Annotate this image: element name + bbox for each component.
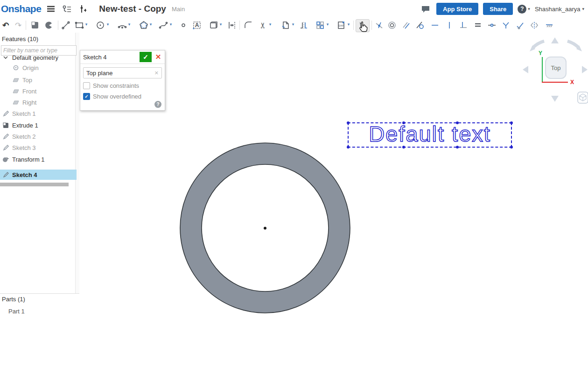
view-cube-face-label[interactable]: Top — [551, 64, 561, 71]
linear-pattern-tool-button[interactable] — [315, 19, 326, 31]
view-cube-gizmo[interactable]: Top Y X — [513, 33, 588, 107]
rotate-up-arrow[interactable] — [551, 37, 559, 43]
horizontal-constraint-button[interactable] — [429, 19, 441, 31]
redo-icon: ↷ — [15, 21, 21, 29]
insert-dxf-dwg-tool-button[interactable]: DXF — [336, 19, 347, 31]
line-tool-button[interactable] — [60, 19, 71, 31]
point-tool-button[interactable] — [178, 19, 189, 31]
workspace-label[interactable]: Main — [172, 6, 185, 13]
coincident-constraint-button[interactable] — [374, 19, 385, 31]
spline-tool-button[interactable] — [158, 19, 169, 31]
use-dropdown-icon[interactable]: ▾ — [291, 22, 295, 27]
sketch-vertex-dot[interactable] — [402, 146, 405, 149]
feature-tree-item-default-geometry[interactable]: Default geometry — [0, 52, 77, 63]
sketch-text-entity[interactable]: Default text — [348, 122, 512, 148]
tangent-constraint-button[interactable] — [414, 19, 426, 31]
sketch-text-tool-button[interactable]: A — [191, 19, 203, 31]
help-icon[interactable]: ? — [518, 5, 526, 14]
polygon-tool-button[interactable] — [138, 19, 149, 31]
roll-ccw-arrow[interactable] — [533, 41, 544, 48]
hamburger-menu-icon[interactable] — [45, 3, 57, 15]
show-overdefined-checkbox[interactable]: ✓ Show overdefined — [83, 93, 162, 100]
vertical-constraint-button[interactable] — [444, 19, 455, 31]
checkbox-unchecked-icon[interactable] — [83, 82, 90, 89]
redo-button[interactable]: ↷ — [13, 19, 24, 31]
revolve-tool-button[interactable] — [43, 19, 55, 31]
box-tool-button[interactable] — [208, 19, 219, 31]
sketch-vertex-dot[interactable] — [510, 146, 513, 149]
app-store-button[interactable]: App Store — [436, 3, 478, 15]
roll-cw-arrow[interactable] — [567, 41, 579, 48]
trim-dropdown-icon[interactable]: ▾ — [268, 22, 273, 27]
sketch-plane-field[interactable]: Top plane ✕ — [83, 67, 162, 78]
concentric-constraint-button[interactable] — [386, 19, 398, 31]
trim-tool-button[interactable]: ✂ — [257, 19, 268, 31]
feature-tree-item-top[interactable]: Top — [0, 75, 87, 85]
arc-tool-button[interactable] — [117, 19, 128, 31]
show-constraints-checkbox[interactable]: Show constraints — [83, 82, 162, 89]
versions-icon[interactable] — [61, 3, 73, 15]
feature-tree-item-sketch-1[interactable]: Sketch 1 — [0, 108, 77, 119]
fillet-tool-button[interactable] — [243, 19, 254, 31]
onshape-logo[interactable]: Onshape — [1, 3, 41, 14]
sketch-center-point[interactable] — [264, 227, 266, 230]
feature-list-hscrollbar[interactable] — [0, 183, 69, 186]
comment-icon[interactable] — [420, 3, 432, 15]
help-menu[interactable]: ? ▾ — [518, 5, 530, 14]
feature-tree-item-right[interactable]: Right — [0, 97, 87, 107]
spline-dropdown-icon[interactable]: ▾ — [168, 22, 173, 27]
feature-tree-item-sketch-2[interactable]: Sketch 2 — [0, 131, 77, 142]
perpendicular-constraint-button[interactable] — [458, 19, 469, 31]
confirm-button[interactable]: ✓ — [140, 52, 152, 62]
symmetric-constraint-button[interactable] — [529, 19, 540, 31]
share-button[interactable]: Share — [483, 3, 513, 15]
circle-dropdown-icon[interactable]: ▾ — [105, 22, 110, 27]
chevron-down-icon[interactable] — [2, 54, 9, 61]
dimension-tool-button[interactable] — [226, 19, 238, 31]
parallel-constraint-button[interactable] — [400, 19, 412, 31]
sketch-text-string[interactable]: Default text — [349, 121, 511, 147]
equal-constraint-button[interactable] — [472, 19, 483, 31]
sketch-vertex-dot[interactable] — [456, 121, 459, 124]
dialog-help-icon[interactable]: ? — [154, 101, 161, 108]
midpoint-constraint-button[interactable] — [486, 19, 497, 31]
active-tool-button[interactable] — [356, 19, 370, 32]
pattern-dropdown-icon[interactable]: ▾ — [325, 22, 330, 27]
rotate-right-arrow[interactable] — [582, 66, 588, 73]
feature-tree-item-sketch-4[interactable]: Sketch 4 — [0, 170, 77, 180]
toolbar-separator — [58, 21, 58, 30]
feature-tree-item-extrude-1[interactable]: Extrude 1 — [0, 120, 77, 130]
dxf-dropdown-icon[interactable]: ▾ — [346, 22, 351, 27]
feature-tree-item-sketch-3[interactable]: Sketch 3 — [0, 142, 77, 153]
mirror-tool-button[interactable] — [298, 19, 309, 31]
sketch-vertex-dot[interactable] — [347, 121, 350, 124]
pierce-constraint-button[interactable] — [514, 19, 525, 31]
rectangle-tool-button[interactable] — [74, 19, 85, 31]
fix-constraint-button[interactable] — [544, 19, 555, 31]
clear-plane-icon[interactable]: ✕ — [154, 70, 159, 76]
normal-constraint-button[interactable] — [500, 19, 511, 31]
sketch-vertex-dot[interactable] — [456, 146, 459, 149]
part-list-item[interactable]: Part 1 — [8, 308, 25, 315]
box-dropdown-icon[interactable]: ▾ — [218, 22, 223, 27]
follow-mode-icon[interactable] — [77, 3, 89, 15]
checkbox-checked-icon[interactable]: ✓ — [83, 93, 90, 100]
rectangle-dropdown-icon[interactable]: ▾ — [84, 22, 89, 27]
extrude-tool-button[interactable] — [29, 19, 41, 31]
use-project-tool-button[interactable] — [280, 19, 291, 31]
cancel-button[interactable]: ✕ — [154, 53, 162, 61]
undo-button[interactable]: ↶ — [0, 19, 11, 31]
sketch-vertex-dot[interactable] — [402, 121, 405, 124]
arc-dropdown-icon[interactable]: ▾ — [127, 22, 132, 27]
feature-tree-item-front[interactable]: Front — [0, 86, 87, 96]
sketch-vertex-dot[interactable] — [510, 121, 513, 124]
rotate-down-arrow[interactable] — [551, 96, 559, 102]
isometric-view-icon[interactable] — [578, 92, 588, 103]
feature-tree-item-transform-1[interactable]: Transform 1 — [0, 154, 77, 164]
feature-tree-item-origin[interactable]: Origin — [0, 63, 87, 73]
polygon-dropdown-icon[interactable]: ▾ — [148, 22, 153, 27]
rotate-left-arrow[interactable] — [523, 66, 528, 73]
circle-tool-button[interactable] — [95, 19, 106, 31]
user-menu[interactable]: Shashank_aarya ▾ — [535, 6, 584, 13]
sketch-vertex-dot[interactable] — [347, 146, 350, 149]
